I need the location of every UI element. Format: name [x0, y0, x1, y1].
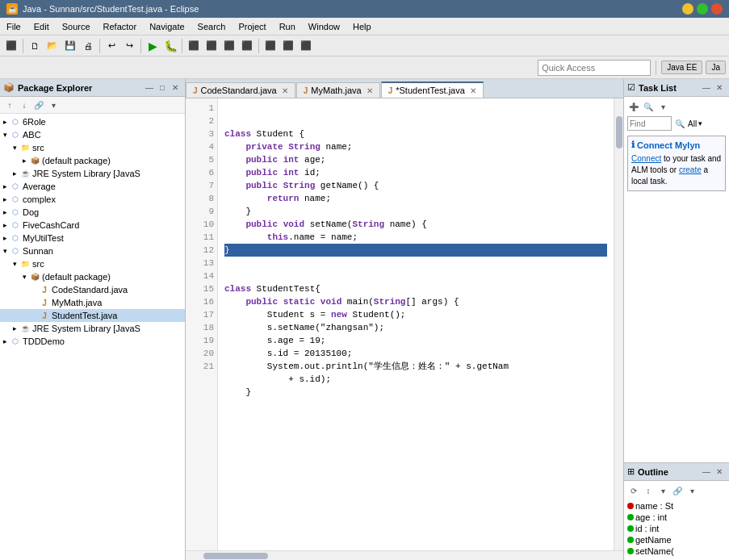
tree-item-12[interactable]: ▾📦(default package) [0, 270, 185, 283]
toolbar-btn-13[interactable]: ⬛ [280, 38, 296, 54]
toolbar-btn-6[interactable]: ↩ [103, 38, 119, 54]
new-task-btn[interactable]: ➕ [627, 100, 640, 113]
tab-close-btn[interactable]: ✕ [470, 86, 476, 95]
tree-item-10[interactable]: ▾⬡Sunnan [0, 244, 185, 257]
menu-item-edit[interactable]: Edit [27, 18, 56, 36]
outline-item-1[interactable]: age : int [627, 512, 726, 523]
outline-minimize[interactable]: — [700, 466, 713, 479]
pkg-toolbar-btn3[interactable]: 🔗 [32, 98, 45, 111]
toolbar-btn-11[interactable]: ⬛ [239, 38, 255, 54]
tree-toggle[interactable]: ▾ [0, 246, 10, 256]
tree-item-7[interactable]: ▸⬡Dog [0, 206, 185, 219]
tree-item-11[interactable]: ▾📁src [0, 257, 185, 270]
tree-toggle[interactable]: ▸ [0, 233, 10, 243]
pkg-maximize-btn[interactable]: □ [156, 81, 169, 94]
tree-toggle[interactable]: ▾ [19, 272, 29, 282]
outline-close[interactable]: ✕ [713, 466, 726, 479]
horizontal-scrollbar[interactable] [186, 550, 623, 560]
tree-item-5[interactable]: ▸⬡Average [0, 180, 185, 193]
scroll-thumb[interactable] [616, 116, 622, 148]
find-chevron[interactable]: ▾ [698, 119, 702, 127]
toolbar-btn-run[interactable]: ▶ [145, 38, 161, 54]
toolbar-btn-debug[interactable]: 🐛 [162, 38, 178, 54]
tree-toggle[interactable]: ▸ [0, 194, 10, 204]
tab-close-btn[interactable]: ✕ [367, 86, 373, 95]
outline-btn1[interactable]: ⟳ [627, 484, 640, 497]
tree-toggle[interactable] [29, 298, 39, 307]
toolbar-btn-8[interactable]: ⬛ [186, 38, 202, 54]
tree-toggle[interactable]: ▾ [10, 259, 19, 269]
menu-item-file[interactable]: File [0, 18, 27, 36]
toolbar-btn-3[interactable]: 📂 [44, 38, 61, 54]
tree-item-8[interactable]: ▸⬡FiveCashCard [0, 219, 185, 232]
tree-toggle[interactable]: ▸ [0, 336, 10, 346]
outline-item-3[interactable]: getName [627, 534, 726, 545]
tree-toggle[interactable]: ▸ [0, 117, 10, 127]
find-input[interactable] [627, 116, 672, 131]
perspective-ja[interactable]: Ja [706, 61, 726, 74]
tree-item-15[interactable]: JStudentTest.java [0, 309, 185, 322]
outline-btn5[interactable]: ▾ [685, 484, 698, 497]
tree-item-17[interactable]: ▸⬡TDDDemo [0, 335, 185, 348]
toolbar-btn-9[interactable]: ⬛ [203, 38, 220, 54]
menu-item-help[interactable]: Help [346, 18, 378, 36]
toolbar-btn-4[interactable]: 💾 [62, 38, 78, 54]
perspective-java-ee[interactable]: Java EE [661, 61, 702, 74]
pkg-minimize-btn[interactable]: — [143, 81, 156, 94]
outline-item-4[interactable]: setName( [627, 545, 726, 557]
toolbar-btn-7[interactable]: ↪ [121, 38, 137, 54]
tree-item-13[interactable]: JCodeStandard.java [0, 283, 185, 296]
pkg-toolbar-btn2[interactable]: ↓ [18, 98, 31, 111]
tree-item-6[interactable]: ▸⬡complex [0, 193, 185, 206]
outline-item-2[interactable]: id : int [627, 523, 726, 534]
tree-toggle[interactable]: ▸ [0, 182, 10, 191]
tree-item-16[interactable]: ▸☕JRE System Library [JavaS [0, 322, 185, 335]
menu-item-project[interactable]: Project [232, 18, 272, 36]
menu-item-window[interactable]: Window [302, 18, 346, 36]
tab-close-btn[interactable]: ✕ [282, 86, 288, 95]
editor-area[interactable]: 123456789101112131415161718192021 class … [186, 98, 623, 550]
find-search-btn[interactable]: 🔍 [673, 117, 686, 130]
menu-item-run[interactable]: Run [273, 18, 302, 36]
tree-item-9[interactable]: ▸⬡MyUtilTest [0, 232, 185, 244]
toolbar-btn-10[interactable]: ⬛ [221, 38, 237, 54]
tasklist-minimize[interactable]: — [700, 81, 713, 94]
tree-item-14[interactable]: JMyMath.java [0, 296, 185, 309]
tree-toggle[interactable]: ▸ [19, 156, 29, 165]
close-button[interactable] [711, 3, 723, 15]
tree-item-4[interactable]: ▸☕JRE System Library [JavaS [0, 167, 185, 180]
menu-item-search[interactable]: Search [191, 18, 233, 36]
pkg-toolbar-btn4[interactable]: ▾ [47, 98, 60, 111]
create-task-link[interactable]: create [679, 165, 702, 174]
tree-item-1[interactable]: ▾⬡ABC [0, 128, 185, 141]
connect-link[interactable]: Connect [631, 154, 661, 163]
outline-btn2[interactable]: ↕ [642, 484, 655, 497]
tree-toggle[interactable]: ▾ [10, 143, 19, 153]
quick-access-input[interactable] [538, 60, 651, 76]
tree-toggle[interactable]: ▾ [0, 130, 10, 140]
tree-toggle[interactable]: ▸ [0, 220, 10, 230]
tasklist-close[interactable]: ✕ [713, 81, 726, 94]
tree-toggle[interactable]: ▸ [0, 207, 10, 217]
toolbar-btn-12[interactable]: ⬛ [262, 38, 279, 54]
menu-item-source[interactable]: Source [56, 18, 97, 36]
tree-toggle[interactable] [29, 285, 39, 295]
task-btn3[interactable]: ▾ [656, 100, 669, 113]
maximize-button[interactable] [697, 3, 708, 15]
minimize-button[interactable] [682, 3, 693, 15]
pkg-close-btn[interactable]: ✕ [169, 81, 182, 94]
outline-btn3[interactable]: ▾ [656, 484, 669, 497]
tree-toggle[interactable]: ▸ [10, 324, 19, 333]
editor-tab-1[interactable]: JMyMath.java✕ [296, 82, 380, 98]
tree-item-2[interactable]: ▾📁src [0, 141, 185, 154]
tree-toggle[interactable] [29, 311, 39, 320]
code-editor[interactable]: class Student { private String name; pub… [218, 98, 614, 550]
task-btn2[interactable]: 🔍 [642, 100, 655, 113]
toolbar-btn-2[interactable]: 🗋 [27, 38, 43, 54]
tree-toggle[interactable]: ▸ [10, 169, 19, 178]
toolbar-btn-14[interactable]: ⬛ [298, 38, 314, 54]
menu-item-refactor[interactable]: Refactor [97, 18, 144, 36]
editor-scrollbar[interactable] [614, 98, 623, 550]
editor-tab-2[interactable]: J*StudentTest.java✕ [381, 81, 484, 98]
h-scroll-thumb[interactable] [203, 553, 268, 559]
